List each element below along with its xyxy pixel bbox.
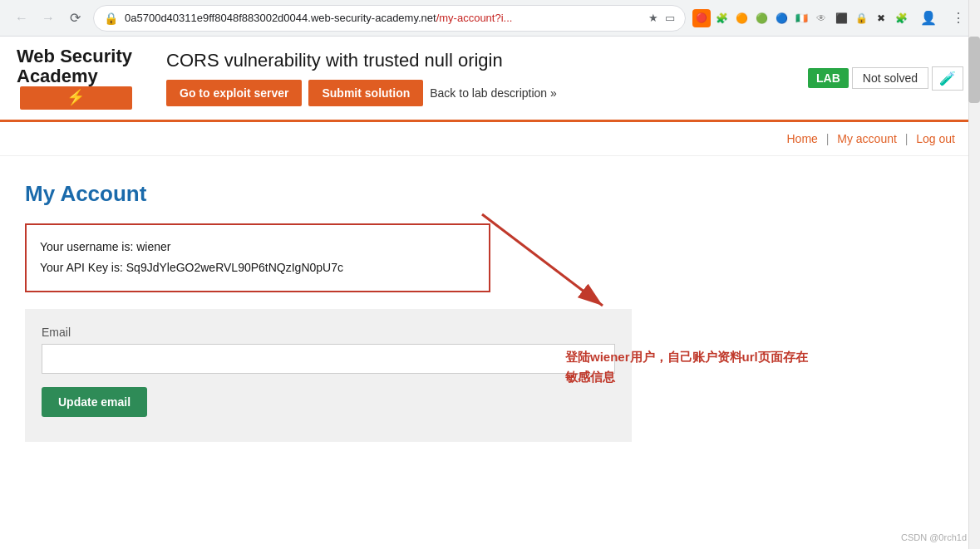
lab-buttons: Go to exploit server Submit solution Bac… <box>166 80 791 106</box>
browser-chrome: ← → ⟳ 🔒 0a5700d40311e9ff8048f883002d0044… <box>0 0 980 37</box>
ext-icon-6[interactable]: 🇮🇪 <box>792 9 810 27</box>
lab-title-area: CORS vulnerability with trusted null ori… <box>166 50 791 106</box>
ext-icon-8[interactable]: ⬛ <box>832 9 850 27</box>
logo-line1: Web Security <box>17 46 132 66</box>
back-link-text: Back to lab description <box>430 86 547 100</box>
not-solved-label: Not solved <box>852 67 928 89</box>
ext-icon-7[interactable]: 👁 <box>812 9 830 27</box>
email-label: Email <box>42 326 615 339</box>
url-path: /my-account?i... <box>436 12 513 24</box>
my-account-link[interactable]: My account <box>837 132 897 145</box>
username-value: wiener <box>136 240 170 253</box>
main-content: My Account Your username is: wiener Your… <box>0 156 665 466</box>
username-line: Your username is: wiener <box>40 237 475 257</box>
reload-button[interactable]: ⟳ <box>63 7 86 30</box>
forward-button[interactable]: → <box>37 7 60 30</box>
logo-area: Web Security Academy ⚡ <box>17 47 150 110</box>
annotation-text: 登陆wiener用户，自己账户资料url页面存在 敏感信息 <box>565 347 848 387</box>
profile-button[interactable]: 👤 <box>917 7 940 30</box>
annotation-line2: 敏感信息 <box>565 370 615 384</box>
bookmark-icon[interactable]: ★ <box>648 12 658 24</box>
home-link[interactable]: Home <box>786 132 817 145</box>
cast-icon[interactable]: ▭ <box>665 12 675 24</box>
lab-status: LAB Not solved 🧪 <box>808 66 963 91</box>
lab-badge: LAB <box>808 68 849 88</box>
url-base: 0a5700d40311e9ff8048f883002d0044.web-sec… <box>125 12 436 24</box>
extension-icons: 🔴 🧩 🟠 🟢 🔵 🇮🇪 👁 ⬛ 🔒 ✖ 🧩 <box>692 9 910 27</box>
username-label: Your username is: <box>40 240 133 253</box>
log-out-link[interactable]: Log out <box>916 132 955 145</box>
scrollbar-thumb[interactable] <box>968 37 980 103</box>
submit-solution-button[interactable]: Submit solution <box>308 80 423 106</box>
back-chevron: » <box>550 86 557 100</box>
email-form-area: Email Update email <box>25 309 632 442</box>
address-bar[interactable]: 🔒 0a5700d40311e9ff8048f883002d0044.web-s… <box>93 5 686 32</box>
api-key-label: Your API Key is: <box>40 261 123 274</box>
scrollbar[interactable] <box>968 0 980 467</box>
api-key-line: Your API Key is: Sq9JdYleGO2weRVL90P6tNQ… <box>40 257 475 278</box>
ext-icon-3[interactable]: 🟠 <box>732 9 751 27</box>
page-nav: Home | My account | Log out <box>0 122 980 156</box>
menu-button[interactable]: ⋮ <box>947 7 970 30</box>
url-text: 0a5700d40311e9ff8048f883002d0044.web-sec… <box>125 12 642 24</box>
ext-icon-11[interactable]: 🧩 <box>892 9 910 27</box>
separator-1: | <box>826 132 830 145</box>
ext-icon-5[interactable]: 🔵 <box>772 9 790 27</box>
separator-2: | <box>905 132 909 145</box>
exploit-server-button[interactable]: Go to exploit server <box>166 80 302 106</box>
user-info-box: Your username is: wiener Your API Key is… <box>25 223 490 292</box>
logo-icon: ⚡ <box>20 86 132 110</box>
email-input[interactable] <box>42 344 615 374</box>
browser-nav-buttons: ← → ⟳ <box>10 7 86 30</box>
logo-text: Web Security Academy ⚡ <box>17 47 132 110</box>
flask-button[interactable]: 🧪 <box>932 66 963 91</box>
lab-title: CORS vulnerability with trusted null ori… <box>166 50 791 71</box>
update-email-button[interactable]: Update email <box>42 387 147 417</box>
ext-icon-10[interactable]: ✖ <box>872 9 890 27</box>
back-button[interactable]: ← <box>10 7 33 30</box>
back-to-lab-link[interactable]: Back to lab description » <box>430 86 557 100</box>
lock-icon: 🔒 <box>104 12 118 25</box>
page-heading: My Account <box>25 181 640 207</box>
svg-line-1 <box>482 214 603 306</box>
lab-header: Web Security Academy ⚡ CORS vulnerabilit… <box>0 37 980 122</box>
ext-icon-4[interactable]: 🟢 <box>752 9 771 27</box>
annotation-line1: 登陆wiener用户，自己账户资料url页面存在 <box>565 350 808 364</box>
logo-line2: Academy <box>17 66 98 86</box>
api-key-value: Sq9JdYleGO2weRVL90P6tNQzIgN0pU7c <box>126 261 343 274</box>
ext-icon-2[interactable]: 🧩 <box>712 9 731 27</box>
ext-icon-1[interactable]: 🔴 <box>692 9 711 27</box>
ext-icon-9[interactable]: 🔒 <box>852 9 870 27</box>
